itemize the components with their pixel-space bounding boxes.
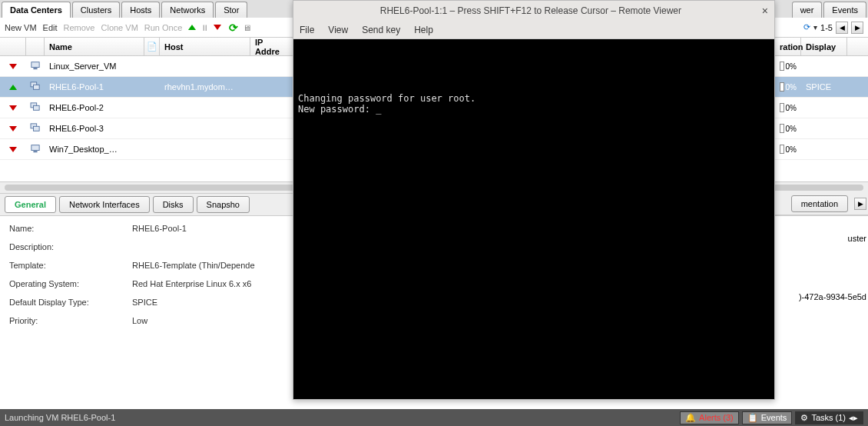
peek-id: )-472a-9934-5e5d	[775, 292, 866, 301]
svg-rect-5	[33, 105, 39, 110]
tasks-button[interactable]: ⚙ Tasks (1) ◂▸	[795, 411, 863, 424]
status-text: Launching VM RHEL6-Pool-1	[5, 413, 115, 422]
vm-type-icon	[30, 82, 41, 92]
vm-host	[160, 118, 250, 138]
page-range: 1-5	[820, 23, 833, 32]
tab-storage[interactable]: Stor	[215, 2, 247, 18]
progress-bar	[780, 145, 784, 154]
col-type-icon[interactable]	[26, 38, 45, 55]
vm-name: Linux_Server_VM	[45, 56, 144, 76]
viewer-console[interactable]: Changing password for user root. New pas…	[293, 39, 774, 399]
val-os: Red Hat Enterprise Linux 6.x x6	[132, 279, 301, 288]
alerts-button[interactable]: 🔔 Alerts (3)	[680, 411, 739, 424]
progress-bar	[780, 62, 784, 71]
val-tmpl: RHEL6-Template (Thin/Depende	[132, 261, 301, 270]
menu-view[interactable]: View	[328, 25, 348, 35]
status-bar: Launching VM RHEL6-Pool-1 🔔 Alerts (3) 📋…	[0, 409, 868, 426]
dtab-mentation[interactable]: mentation	[791, 195, 848, 212]
dtab-disks[interactable]: Disks	[153, 196, 194, 213]
progress-bar	[780, 82, 784, 92]
tab-events[interactable]: Events	[823, 2, 866, 18]
run-icon[interactable]	[188, 25, 196, 30]
stop-icon[interactable]	[214, 25, 221, 30]
menu-file[interactable]: File	[300, 25, 314, 35]
lbl-prio: Priority:	[9, 316, 132, 325]
progress-bar	[780, 124, 784, 133]
menu-sendkey[interactable]: Send key	[362, 25, 400, 35]
vm-type-icon	[30, 144, 41, 155]
dropdown-icon[interactable]: ▾	[813, 23, 817, 32]
right-rows: 0%0%SPICE0%0%0%	[775, 56, 868, 160]
lbl-os: Operating System:	[9, 279, 132, 288]
next-page-button[interactable]: ▶	[851, 22, 863, 34]
peek-cluster: uster	[775, 234, 866, 243]
clone-vm-button[interactable]: Clone VM	[101, 23, 138, 32]
progress-pct: 0%	[786, 83, 797, 92]
lbl-name: Name:	[9, 224, 132, 233]
remote-viewer-window[interactable]: RHEL6-Pool-1:1 – Press SHIFT+F12 to Rele…	[293, 0, 775, 400]
svg-rect-1	[33, 68, 37, 69]
col-display[interactable]: Display	[801, 38, 847, 55]
new-vm-button[interactable]: New VM	[5, 23, 37, 32]
dtab-general[interactable]: General	[5, 196, 56, 213]
val-disp: SPICE	[132, 298, 301, 307]
svg-rect-8	[31, 145, 39, 151]
tab-networks[interactable]: Networks	[161, 2, 214, 18]
col-ip[interactable]: IP Addre	[250, 38, 293, 55]
col-host-icon[interactable]: 📄	[144, 38, 160, 55]
vm-row-right[interactable]: 0%	[775, 139, 868, 160]
tab-data-centers[interactable]: Data Centers	[2, 2, 71, 18]
vm-type-icon	[30, 123, 41, 134]
status-up-icon	[9, 85, 17, 90]
dtab-network[interactable]: Network Interfaces	[59, 196, 150, 213]
lbl-disp: Default Display Type:	[9, 298, 132, 307]
vm-row-right[interactable]: 0%	[775, 118, 868, 139]
status-down-icon	[9, 126, 17, 131]
progress-pct: 0%	[786, 104, 797, 112]
col-name[interactable]: Name	[45, 38, 144, 55]
refresh-right-icon[interactable]: ⟳	[803, 22, 810, 32]
svg-rect-9	[33, 151, 37, 152]
vm-name: RHEL6-Pool-2	[45, 98, 144, 118]
prev-page-button[interactable]: ◀	[836, 22, 848, 34]
remove-button[interactable]: Remove	[64, 23, 95, 32]
vm-name: Win7_Desktop_…	[45, 139, 144, 159]
val-prio: Low	[132, 316, 301, 325]
viewer-title: RHEL6-Pool-1:1 – Press SHIFT+F12 to Rele…	[300, 5, 762, 16]
console-icon[interactable]: 🖥	[243, 23, 251, 32]
tab-clusters[interactable]: Clusters	[72, 2, 120, 18]
vm-name: RHEL6-Pool-3	[45, 118, 144, 138]
tab-hosts[interactable]: Hosts	[121, 2, 160, 18]
val-desc	[132, 242, 301, 251]
col-duration[interactable]: ration	[775, 38, 801, 55]
vm-row-right[interactable]: 0%	[775, 98, 868, 118]
vm-host: rhevhn1.mydom…	[160, 77, 250, 97]
status-down-icon	[9, 64, 17, 69]
svg-rect-0	[31, 62, 39, 68]
tab-wer[interactable]: wer	[792, 2, 823, 18]
right-peek: wer Events ⟳ ▾ 1-5 ◀ ▶ ration Display 0%…	[775, 0, 868, 309]
close-icon[interactable]: ×	[762, 5, 768, 17]
vm-host	[160, 98, 250, 118]
lbl-desc: Description:	[9, 242, 132, 251]
dtab-snapshots[interactable]: Snapsho	[197, 196, 250, 213]
vm-name: RHEL6-Pool-1	[45, 77, 144, 97]
pause-icon[interactable]: ⏸	[200, 23, 209, 32]
refresh-icon[interactable]: ⟳	[229, 22, 238, 34]
vm-row-right[interactable]: 0%	[775, 56, 868, 77]
viewer-titlebar[interactable]: RHEL6-Pool-1:1 – Press SHIFT+F12 to Rele…	[293, 1, 774, 21]
menu-help[interactable]: Help	[414, 25, 433, 35]
progress-pct: 0%	[786, 145, 797, 154]
progress-bar	[780, 103, 784, 112]
status-down-icon	[9, 147, 17, 152]
vm-row-right[interactable]: 0%SPICE	[775, 77, 868, 98]
vm-display: SPICE	[801, 82, 847, 92]
dtab-next[interactable]: ▶	[854, 198, 866, 210]
progress-pct: 0%	[786, 125, 797, 133]
col-status[interactable]	[0, 38, 26, 55]
col-host[interactable]: Host	[160, 38, 250, 55]
events-button[interactable]: 📋 Events	[742, 411, 793, 424]
run-once-button[interactable]: Run Once	[144, 23, 183, 32]
vm-type-icon	[30, 102, 41, 113]
edit-button[interactable]: Edit	[43, 23, 58, 32]
